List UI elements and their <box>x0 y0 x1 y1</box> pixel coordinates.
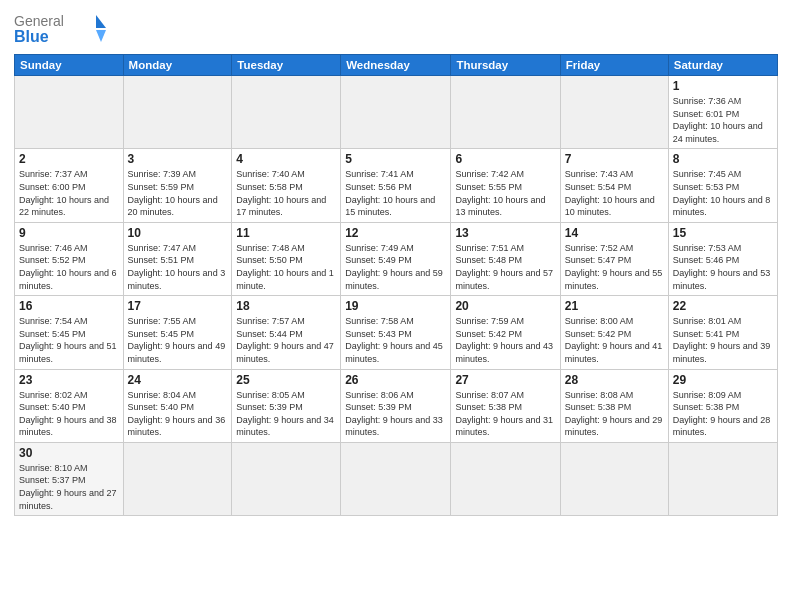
day-info: Sunrise: 7:36 AM Sunset: 6:01 PM Dayligh… <box>673 95 773 145</box>
weekday-header-friday: Friday <box>560 55 668 76</box>
day-number: 24 <box>128 373 228 387</box>
calendar-cell: 18Sunrise: 7:57 AM Sunset: 5:44 PM Dayli… <box>232 296 341 369</box>
day-number: 21 <box>565 299 664 313</box>
page: General Blue SundayMondayTuesdayWednesda… <box>0 0 792 612</box>
calendar-cell <box>15 76 124 149</box>
day-info: Sunrise: 8:10 AM Sunset: 5:37 PM Dayligh… <box>19 462 119 512</box>
calendar-cell: 1Sunrise: 7:36 AM Sunset: 6:01 PM Daylig… <box>668 76 777 149</box>
day-number: 7 <box>565 152 664 166</box>
svg-text:Blue: Blue <box>14 28 49 45</box>
day-info: Sunrise: 7:41 AM Sunset: 5:56 PM Dayligh… <box>345 168 446 218</box>
calendar-cell <box>123 76 232 149</box>
calendar-cell <box>232 442 341 515</box>
day-info: Sunrise: 7:54 AM Sunset: 5:45 PM Dayligh… <box>19 315 119 365</box>
calendar-cell: 27Sunrise: 8:07 AM Sunset: 5:38 PM Dayli… <box>451 369 560 442</box>
weekday-header-saturday: Saturday <box>668 55 777 76</box>
day-number: 23 <box>19 373 119 387</box>
weekday-header-monday: Monday <box>123 55 232 76</box>
calendar-cell: 30Sunrise: 8:10 AM Sunset: 5:37 PM Dayli… <box>15 442 124 515</box>
day-info: Sunrise: 7:53 AM Sunset: 5:46 PM Dayligh… <box>673 242 773 292</box>
calendar-cell <box>123 442 232 515</box>
day-info: Sunrise: 7:52 AM Sunset: 5:47 PM Dayligh… <box>565 242 664 292</box>
day-info: Sunrise: 7:40 AM Sunset: 5:58 PM Dayligh… <box>236 168 336 218</box>
day-number: 22 <box>673 299 773 313</box>
calendar-cell: 5Sunrise: 7:41 AM Sunset: 5:56 PM Daylig… <box>341 149 451 222</box>
day-number: 15 <box>673 226 773 240</box>
calendar-cell: 3Sunrise: 7:39 AM Sunset: 5:59 PM Daylig… <box>123 149 232 222</box>
day-info: Sunrise: 8:08 AM Sunset: 5:38 PM Dayligh… <box>565 389 664 439</box>
day-number: 6 <box>455 152 555 166</box>
day-number: 12 <box>345 226 446 240</box>
calendar-cell: 22Sunrise: 8:01 AM Sunset: 5:41 PM Dayli… <box>668 296 777 369</box>
calendar-cell: 12Sunrise: 7:49 AM Sunset: 5:49 PM Dayli… <box>341 222 451 295</box>
day-info: Sunrise: 8:05 AM Sunset: 5:39 PM Dayligh… <box>236 389 336 439</box>
calendar-cell: 14Sunrise: 7:52 AM Sunset: 5:47 PM Dayli… <box>560 222 668 295</box>
day-info: Sunrise: 7:59 AM Sunset: 5:42 PM Dayligh… <box>455 315 555 365</box>
day-info: Sunrise: 8:04 AM Sunset: 5:40 PM Dayligh… <box>128 389 228 439</box>
calendar-cell: 13Sunrise: 7:51 AM Sunset: 5:48 PM Dayli… <box>451 222 560 295</box>
calendar-cell: 25Sunrise: 8:05 AM Sunset: 5:39 PM Dayli… <box>232 369 341 442</box>
calendar-cell <box>341 76 451 149</box>
day-number: 25 <box>236 373 336 387</box>
day-number: 29 <box>673 373 773 387</box>
day-info: Sunrise: 8:09 AM Sunset: 5:38 PM Dayligh… <box>673 389 773 439</box>
day-info: Sunrise: 7:47 AM Sunset: 5:51 PM Dayligh… <box>128 242 228 292</box>
calendar-cell <box>451 76 560 149</box>
day-number: 18 <box>236 299 336 313</box>
calendar-cell <box>232 76 341 149</box>
day-number: 13 <box>455 226 555 240</box>
day-number: 20 <box>455 299 555 313</box>
day-info: Sunrise: 7:46 AM Sunset: 5:52 PM Dayligh… <box>19 242 119 292</box>
svg-marker-3 <box>96 30 106 42</box>
calendar-cell: 21Sunrise: 8:00 AM Sunset: 5:42 PM Dayli… <box>560 296 668 369</box>
header: General Blue <box>14 10 778 48</box>
weekday-header-sunday: Sunday <box>15 55 124 76</box>
calendar-cell: 16Sunrise: 7:54 AM Sunset: 5:45 PM Dayli… <box>15 296 124 369</box>
calendar-week-2: 2Sunrise: 7:37 AM Sunset: 6:00 PM Daylig… <box>15 149 778 222</box>
day-info: Sunrise: 7:37 AM Sunset: 6:00 PM Dayligh… <box>19 168 119 218</box>
calendar-cell: 7Sunrise: 7:43 AM Sunset: 5:54 PM Daylig… <box>560 149 668 222</box>
day-info: Sunrise: 7:55 AM Sunset: 5:45 PM Dayligh… <box>128 315 228 365</box>
svg-marker-2 <box>96 15 106 28</box>
day-number: 8 <box>673 152 773 166</box>
day-info: Sunrise: 8:01 AM Sunset: 5:41 PM Dayligh… <box>673 315 773 365</box>
calendar-week-1: 1Sunrise: 7:36 AM Sunset: 6:01 PM Daylig… <box>15 76 778 149</box>
day-info: Sunrise: 8:02 AM Sunset: 5:40 PM Dayligh… <box>19 389 119 439</box>
day-info: Sunrise: 7:39 AM Sunset: 5:59 PM Dayligh… <box>128 168 228 218</box>
day-info: Sunrise: 8:00 AM Sunset: 5:42 PM Dayligh… <box>565 315 664 365</box>
day-info: Sunrise: 8:07 AM Sunset: 5:38 PM Dayligh… <box>455 389 555 439</box>
day-info: Sunrise: 8:06 AM Sunset: 5:39 PM Dayligh… <box>345 389 446 439</box>
calendar-cell: 20Sunrise: 7:59 AM Sunset: 5:42 PM Dayli… <box>451 296 560 369</box>
calendar-cell: 11Sunrise: 7:48 AM Sunset: 5:50 PM Dayli… <box>232 222 341 295</box>
day-number: 19 <box>345 299 446 313</box>
day-info: Sunrise: 7:58 AM Sunset: 5:43 PM Dayligh… <box>345 315 446 365</box>
calendar-week-5: 23Sunrise: 8:02 AM Sunset: 5:40 PM Dayli… <box>15 369 778 442</box>
calendar-cell: 29Sunrise: 8:09 AM Sunset: 5:38 PM Dayli… <box>668 369 777 442</box>
day-info: Sunrise: 7:48 AM Sunset: 5:50 PM Dayligh… <box>236 242 336 292</box>
calendar-cell: 15Sunrise: 7:53 AM Sunset: 5:46 PM Dayli… <box>668 222 777 295</box>
day-number: 2 <box>19 152 119 166</box>
calendar-cell <box>341 442 451 515</box>
calendar-week-3: 9Sunrise: 7:46 AM Sunset: 5:52 PM Daylig… <box>15 222 778 295</box>
weekday-header-tuesday: Tuesday <box>232 55 341 76</box>
calendar-cell <box>560 76 668 149</box>
calendar-cell: 17Sunrise: 7:55 AM Sunset: 5:45 PM Dayli… <box>123 296 232 369</box>
calendar-week-6: 30Sunrise: 8:10 AM Sunset: 5:37 PM Dayli… <box>15 442 778 515</box>
calendar-cell: 24Sunrise: 8:04 AM Sunset: 5:40 PM Dayli… <box>123 369 232 442</box>
day-number: 9 <box>19 226 119 240</box>
day-number: 5 <box>345 152 446 166</box>
calendar-cell: 23Sunrise: 8:02 AM Sunset: 5:40 PM Dayli… <box>15 369 124 442</box>
calendar-cell <box>560 442 668 515</box>
calendar-cell: 4Sunrise: 7:40 AM Sunset: 5:58 PM Daylig… <box>232 149 341 222</box>
calendar-cell: 9Sunrise: 7:46 AM Sunset: 5:52 PM Daylig… <box>15 222 124 295</box>
calendar-cell: 26Sunrise: 8:06 AM Sunset: 5:39 PM Dayli… <box>341 369 451 442</box>
calendar-cell: 2Sunrise: 7:37 AM Sunset: 6:00 PM Daylig… <box>15 149 124 222</box>
logo: General Blue <box>14 10 109 48</box>
day-number: 28 <box>565 373 664 387</box>
calendar: SundayMondayTuesdayWednesdayThursdayFrid… <box>14 54 778 516</box>
day-number: 14 <box>565 226 664 240</box>
calendar-cell: 8Sunrise: 7:45 AM Sunset: 5:53 PM Daylig… <box>668 149 777 222</box>
calendar-cell: 6Sunrise: 7:42 AM Sunset: 5:55 PM Daylig… <box>451 149 560 222</box>
weekday-header-wednesday: Wednesday <box>341 55 451 76</box>
calendar-cell: 28Sunrise: 8:08 AM Sunset: 5:38 PM Dayli… <box>560 369 668 442</box>
